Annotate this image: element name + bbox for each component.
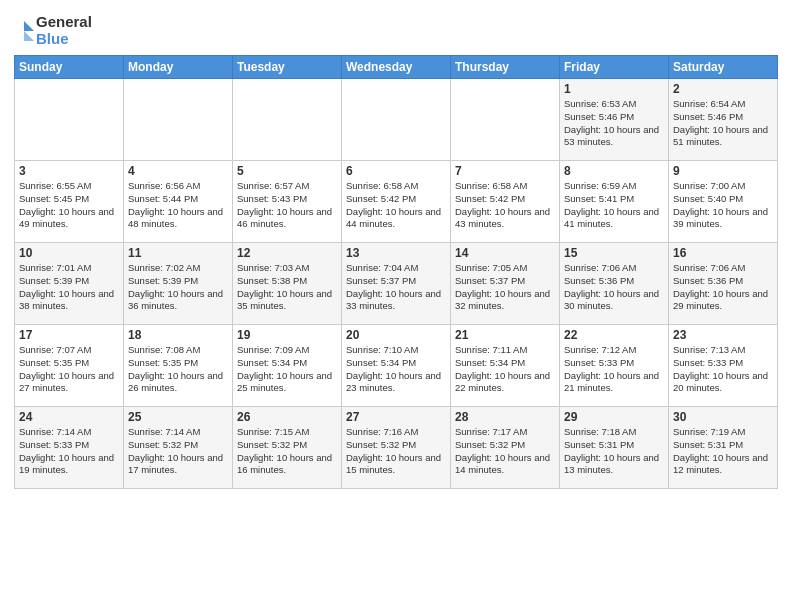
calendar-cell: 3Sunrise: 6:55 AM Sunset: 5:45 PM Daylig… — [15, 161, 124, 243]
calendar-cell: 16Sunrise: 7:06 AM Sunset: 5:36 PM Dayli… — [669, 243, 778, 325]
calendar-cell: 6Sunrise: 6:58 AM Sunset: 5:42 PM Daylig… — [342, 161, 451, 243]
calendar-cell: 4Sunrise: 6:56 AM Sunset: 5:44 PM Daylig… — [124, 161, 233, 243]
day-info: Sunrise: 7:17 AM Sunset: 5:32 PM Dayligh… — [455, 426, 555, 477]
day-info: Sunrise: 7:15 AM Sunset: 5:32 PM Dayligh… — [237, 426, 337, 477]
calendar-cell: 5Sunrise: 6:57 AM Sunset: 5:43 PM Daylig… — [233, 161, 342, 243]
day-number: 30 — [673, 410, 773, 424]
calendar-cell — [451, 79, 560, 161]
day-info: Sunrise: 7:05 AM Sunset: 5:37 PM Dayligh… — [455, 262, 555, 313]
calendar-cell: 19Sunrise: 7:09 AM Sunset: 5:34 PM Dayli… — [233, 325, 342, 407]
calendar-cell: 7Sunrise: 6:58 AM Sunset: 5:42 PM Daylig… — [451, 161, 560, 243]
calendar-cell — [124, 79, 233, 161]
calendar-cell: 2Sunrise: 6:54 AM Sunset: 5:46 PM Daylig… — [669, 79, 778, 161]
day-info: Sunrise: 7:10 AM Sunset: 5:34 PM Dayligh… — [346, 344, 446, 395]
day-number: 21 — [455, 328, 555, 342]
day-number: 12 — [237, 246, 337, 260]
day-info: Sunrise: 7:12 AM Sunset: 5:33 PM Dayligh… — [564, 344, 664, 395]
logo: General Blue — [14, 14, 92, 47]
weekday-header-saturday: Saturday — [669, 56, 778, 79]
day-info: Sunrise: 7:08 AM Sunset: 5:35 PM Dayligh… — [128, 344, 228, 395]
day-number: 16 — [673, 246, 773, 260]
header: General Blue — [14, 10, 778, 47]
day-info: Sunrise: 7:14 AM Sunset: 5:32 PM Dayligh… — [128, 426, 228, 477]
calendar-cell — [342, 79, 451, 161]
calendar-cell: 11Sunrise: 7:02 AM Sunset: 5:39 PM Dayli… — [124, 243, 233, 325]
weekday-header-row: SundayMondayTuesdayWednesdayThursdayFrid… — [15, 56, 778, 79]
day-number: 24 — [19, 410, 119, 424]
day-number: 27 — [346, 410, 446, 424]
calendar-cell: 23Sunrise: 7:13 AM Sunset: 5:33 PM Dayli… — [669, 325, 778, 407]
day-info: Sunrise: 6:59 AM Sunset: 5:41 PM Dayligh… — [564, 180, 664, 231]
week-row-3: 10Sunrise: 7:01 AM Sunset: 5:39 PM Dayli… — [15, 243, 778, 325]
day-number: 23 — [673, 328, 773, 342]
day-number: 13 — [346, 246, 446, 260]
day-number: 9 — [673, 164, 773, 178]
day-number: 29 — [564, 410, 664, 424]
day-info: Sunrise: 7:06 AM Sunset: 5:36 PM Dayligh… — [673, 262, 773, 313]
svg-marker-1 — [24, 31, 34, 41]
calendar-cell: 26Sunrise: 7:15 AM Sunset: 5:32 PM Dayli… — [233, 407, 342, 489]
day-number: 8 — [564, 164, 664, 178]
day-info: Sunrise: 7:03 AM Sunset: 5:38 PM Dayligh… — [237, 262, 337, 313]
calendar-cell: 15Sunrise: 7:06 AM Sunset: 5:36 PM Dayli… — [560, 243, 669, 325]
calendar-cell: 21Sunrise: 7:11 AM Sunset: 5:34 PM Dayli… — [451, 325, 560, 407]
calendar-cell: 30Sunrise: 7:19 AM Sunset: 5:31 PM Dayli… — [669, 407, 778, 489]
week-row-4: 17Sunrise: 7:07 AM Sunset: 5:35 PM Dayli… — [15, 325, 778, 407]
calendar-cell: 24Sunrise: 7:14 AM Sunset: 5:33 PM Dayli… — [15, 407, 124, 489]
calendar-cell: 25Sunrise: 7:14 AM Sunset: 5:32 PM Dayli… — [124, 407, 233, 489]
calendar-cell — [15, 79, 124, 161]
day-number: 20 — [346, 328, 446, 342]
day-number: 5 — [237, 164, 337, 178]
calendar-cell — [233, 79, 342, 161]
calendar-cell: 12Sunrise: 7:03 AM Sunset: 5:38 PM Dayli… — [233, 243, 342, 325]
logo-general: General — [36, 14, 92, 31]
week-row-5: 24Sunrise: 7:14 AM Sunset: 5:33 PM Dayli… — [15, 407, 778, 489]
day-number: 14 — [455, 246, 555, 260]
weekday-header-friday: Friday — [560, 56, 669, 79]
day-info: Sunrise: 7:11 AM Sunset: 5:34 PM Dayligh… — [455, 344, 555, 395]
day-info: Sunrise: 7:00 AM Sunset: 5:40 PM Dayligh… — [673, 180, 773, 231]
weekday-header-monday: Monday — [124, 56, 233, 79]
day-info: Sunrise: 6:56 AM Sunset: 5:44 PM Dayligh… — [128, 180, 228, 231]
day-number: 28 — [455, 410, 555, 424]
day-number: 3 — [19, 164, 119, 178]
day-number: 4 — [128, 164, 228, 178]
day-number: 15 — [564, 246, 664, 260]
day-number: 11 — [128, 246, 228, 260]
day-number: 17 — [19, 328, 119, 342]
day-number: 26 — [237, 410, 337, 424]
logo-bird-icon — [14, 17, 34, 45]
day-info: Sunrise: 7:09 AM Sunset: 5:34 PM Dayligh… — [237, 344, 337, 395]
calendar-table: SundayMondayTuesdayWednesdayThursdayFrid… — [14, 55, 778, 489]
day-info: Sunrise: 6:58 AM Sunset: 5:42 PM Dayligh… — [346, 180, 446, 231]
week-row-1: 1Sunrise: 6:53 AM Sunset: 5:46 PM Daylig… — [15, 79, 778, 161]
weekday-header-tuesday: Tuesday — [233, 56, 342, 79]
main-container: General Blue SundayMondayTuesdayWednesda… — [0, 0, 792, 495]
svg-marker-0 — [24, 21, 34, 31]
calendar-cell: 22Sunrise: 7:12 AM Sunset: 5:33 PM Dayli… — [560, 325, 669, 407]
calendar-cell: 9Sunrise: 7:00 AM Sunset: 5:40 PM Daylig… — [669, 161, 778, 243]
day-info: Sunrise: 7:07 AM Sunset: 5:35 PM Dayligh… — [19, 344, 119, 395]
weekday-header-sunday: Sunday — [15, 56, 124, 79]
weekday-header-wednesday: Wednesday — [342, 56, 451, 79]
day-info: Sunrise: 6:57 AM Sunset: 5:43 PM Dayligh… — [237, 180, 337, 231]
calendar-cell: 8Sunrise: 6:59 AM Sunset: 5:41 PM Daylig… — [560, 161, 669, 243]
day-number: 22 — [564, 328, 664, 342]
weekday-header-thursday: Thursday — [451, 56, 560, 79]
logo-blue: Blue — [36, 31, 92, 48]
calendar-cell: 10Sunrise: 7:01 AM Sunset: 5:39 PM Dayli… — [15, 243, 124, 325]
day-info: Sunrise: 7:06 AM Sunset: 5:36 PM Dayligh… — [564, 262, 664, 313]
calendar-cell: 28Sunrise: 7:17 AM Sunset: 5:32 PM Dayli… — [451, 407, 560, 489]
day-info: Sunrise: 7:13 AM Sunset: 5:33 PM Dayligh… — [673, 344, 773, 395]
day-info: Sunrise: 7:18 AM Sunset: 5:31 PM Dayligh… — [564, 426, 664, 477]
day-info: Sunrise: 7:01 AM Sunset: 5:39 PM Dayligh… — [19, 262, 119, 313]
day-number: 25 — [128, 410, 228, 424]
calendar-cell: 17Sunrise: 7:07 AM Sunset: 5:35 PM Dayli… — [15, 325, 124, 407]
day-number: 2 — [673, 82, 773, 96]
day-info: Sunrise: 6:55 AM Sunset: 5:45 PM Dayligh… — [19, 180, 119, 231]
calendar-cell: 27Sunrise: 7:16 AM Sunset: 5:32 PM Dayli… — [342, 407, 451, 489]
day-info: Sunrise: 6:54 AM Sunset: 5:46 PM Dayligh… — [673, 98, 773, 149]
day-info: Sunrise: 6:53 AM Sunset: 5:46 PM Dayligh… — [564, 98, 664, 149]
calendar-cell: 29Sunrise: 7:18 AM Sunset: 5:31 PM Dayli… — [560, 407, 669, 489]
calendar-cell: 1Sunrise: 6:53 AM Sunset: 5:46 PM Daylig… — [560, 79, 669, 161]
